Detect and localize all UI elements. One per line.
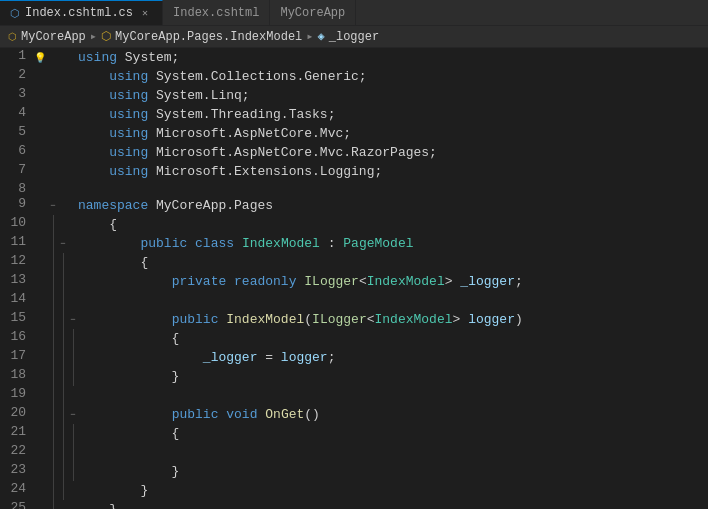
code-line-6: 6 using Microsoft.AspNetCore.Mvc.RazorPa… xyxy=(0,143,523,162)
code-content[interactable]: using System.Collections.Generic; xyxy=(78,67,523,86)
code-content[interactable]: using System.Threading.Tasks; xyxy=(78,105,523,124)
code-content[interactable]: _logger = logger; xyxy=(78,348,523,367)
fold-col-2 xyxy=(58,162,68,181)
fold-col-2 xyxy=(58,272,68,291)
line-number: 18 xyxy=(0,367,32,386)
code-content[interactable] xyxy=(78,443,523,462)
token-plain: > xyxy=(453,312,469,327)
line-number: 1 xyxy=(0,48,32,67)
code-content[interactable] xyxy=(78,181,523,196)
fold-col-3 xyxy=(68,386,78,405)
fold-col-1[interactable]: − xyxy=(48,196,58,215)
fold-col-2[interactable]: − xyxy=(58,234,68,253)
code-content[interactable]: namespace MyCoreApp.Pages xyxy=(78,196,523,215)
fold-col-2[interactable] xyxy=(58,310,68,329)
fold-col-1 xyxy=(48,291,58,310)
token-plain: () xyxy=(304,407,320,422)
code-content[interactable]: } xyxy=(78,462,523,481)
token-kw: using xyxy=(109,126,148,141)
breadcrumb-project[interactable]: MyCoreApp xyxy=(21,30,86,44)
fold-col-1[interactable] xyxy=(48,405,58,424)
code-line-2: 2 using System.Collections.Generic; xyxy=(0,67,523,86)
code-line-4: 4 using System.Threading.Tasks; xyxy=(0,105,523,124)
fold-col-1 xyxy=(48,443,58,462)
fold-col-3 xyxy=(68,329,78,348)
fold-col-1 xyxy=(48,424,58,443)
token-plain: MyCoreApp.Pages xyxy=(148,198,273,213)
code-line-7: 7 using Microsoft.Extensions.Logging; xyxy=(0,162,523,181)
code-content[interactable]: } xyxy=(78,500,523,509)
code-content[interactable]: public class IndexModel : PageModel xyxy=(78,234,523,253)
line-number: 15 xyxy=(0,310,32,329)
tab-mycoreapp[interactable]: MyCoreApp xyxy=(270,0,356,25)
code-content[interactable]: using Microsoft.AspNetCore.Mvc.RazorPage… xyxy=(78,143,523,162)
tab-index-cshtml[interactable]: Index.cshtml xyxy=(163,0,270,25)
line-number: 23 xyxy=(0,462,32,481)
code-line-14: 14 xyxy=(0,291,523,310)
code-content[interactable]: } xyxy=(78,367,523,386)
token-kw: namespace xyxy=(78,198,148,213)
fold-col-2 xyxy=(58,67,68,86)
token-plain xyxy=(226,274,234,289)
bulb-col xyxy=(32,162,48,181)
tab-label: MyCoreApp xyxy=(280,6,345,20)
bulb-col xyxy=(32,405,48,424)
token-plain: System.Threading.Tasks; xyxy=(148,107,335,122)
line-number: 24 xyxy=(0,481,32,500)
token-plain: ( xyxy=(304,312,312,327)
fold-col-3 xyxy=(68,67,78,86)
breadcrumb-member[interactable]: _logger xyxy=(329,30,379,44)
fold-col-2 xyxy=(58,462,68,481)
token-plain: ; xyxy=(515,274,523,289)
tab-index-cshtml-cs[interactable]: ⬡ Index.cshtml.cs ✕ xyxy=(0,0,163,25)
fold-col-3 xyxy=(68,424,78,443)
code-content[interactable] xyxy=(78,386,523,405)
breadcrumb-namespace[interactable]: MyCoreApp.Pages.IndexModel xyxy=(115,30,302,44)
breadcrumb-member-icon: ◈ xyxy=(318,29,325,44)
editor-main[interactable]: 1💡using System;2 using System.Collection… xyxy=(0,48,523,509)
bulb-col xyxy=(32,105,48,124)
fold-col-2 xyxy=(58,367,68,386)
fold-col-1[interactable] xyxy=(48,310,58,329)
code-content[interactable]: public void OnGet() xyxy=(78,405,523,424)
fold-col-1 xyxy=(48,48,58,67)
token-plain: { xyxy=(78,255,148,270)
fold-col-3[interactable]: − xyxy=(68,405,78,424)
fold-col-3 xyxy=(68,162,78,181)
code-content[interactable]: private readonly ILogger<IndexModel> _lo… xyxy=(78,272,523,291)
code-content[interactable]: using System.Linq; xyxy=(78,86,523,105)
line-number: 22 xyxy=(0,443,32,462)
code-content[interactable] xyxy=(78,291,523,310)
bulb-col xyxy=(32,500,48,509)
tab-close-button[interactable]: ✕ xyxy=(138,6,152,20)
code-content[interactable]: } xyxy=(78,481,523,500)
fold-col-1[interactable] xyxy=(48,234,58,253)
code-content[interactable]: public IndexModel(ILogger<IndexModel> lo… xyxy=(78,310,523,329)
token-plain xyxy=(78,69,109,84)
fold-col-1 xyxy=(48,481,58,500)
fold-col-3 xyxy=(68,196,78,215)
code-content[interactable]: { xyxy=(78,215,523,234)
code-content[interactable]: { xyxy=(78,253,523,272)
code-content[interactable]: { xyxy=(78,329,523,348)
fold-col-2 xyxy=(58,291,68,310)
code-line-20: 20− public void OnGet() xyxy=(0,405,523,424)
code-content[interactable]: using Microsoft.AspNetCore.Mvc; xyxy=(78,124,523,143)
fold-col-3 xyxy=(68,181,78,196)
fold-col-3[interactable]: − xyxy=(68,310,78,329)
line-number: 20 xyxy=(0,405,32,424)
token-kw: private xyxy=(172,274,227,289)
token-iface: ILogger xyxy=(304,274,359,289)
code-content[interactable]: using Microsoft.Extensions.Logging; xyxy=(78,162,523,181)
code-line-12: 12 { xyxy=(0,253,523,272)
code-content[interactable]: using System; xyxy=(78,48,523,67)
fold-col-2[interactable] xyxy=(58,405,68,424)
fold-col-1 xyxy=(48,329,58,348)
code-line-21: 21 { xyxy=(0,424,523,443)
fold-col-1 xyxy=(48,500,58,509)
fold-col-1 xyxy=(48,162,58,181)
fold-col-1 xyxy=(48,67,58,86)
lightbulb-icon[interactable]: 💡 xyxy=(34,52,46,64)
code-line-5: 5 using Microsoft.AspNetCore.Mvc; xyxy=(0,124,523,143)
code-content[interactable]: { xyxy=(78,424,523,443)
